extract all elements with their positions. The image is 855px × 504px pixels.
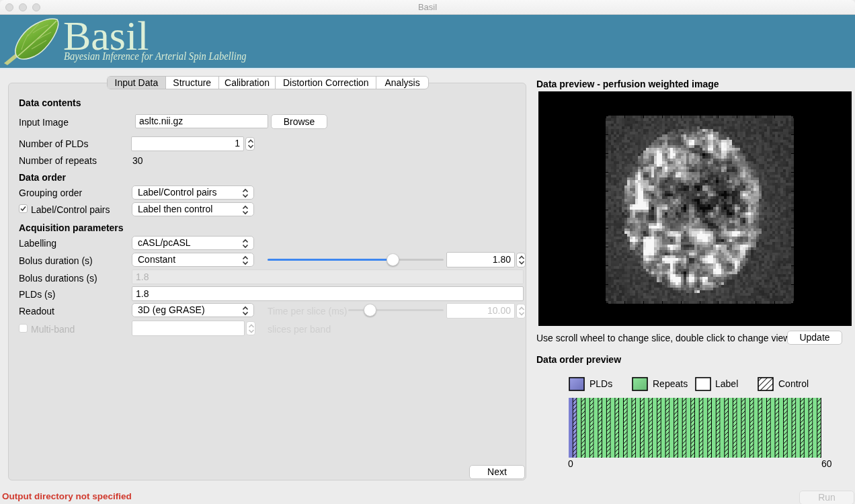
svg-text:Repeats: Repeats — [653, 378, 688, 389]
svg-text:PLDs: PLDs — [589, 378, 612, 389]
svg-text:Control: Control — [778, 378, 809, 389]
svg-text:Label: Label — [715, 378, 738, 389]
